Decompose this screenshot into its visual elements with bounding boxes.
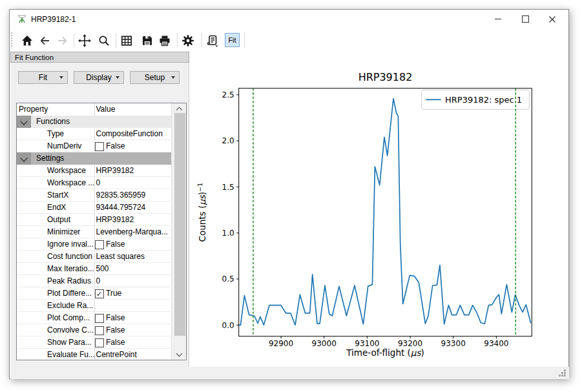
zoom-icon[interactable]: [98, 34, 110, 47]
property-label: EndX: [47, 203, 66, 212]
grid-icon[interactable]: [120, 34, 133, 47]
maximize-button[interactable]: [515, 10, 535, 29]
column-header-value: Value: [96, 105, 116, 114]
fit-function-panel: Fit Display Setup Property Value Functio…: [10, 63, 189, 367]
window-title: HRP39182-1: [31, 15, 76, 24]
checkbox-unchecked[interactable]: [95, 326, 104, 335]
property-value: HRP39182: [96, 215, 134, 224]
table-row[interactable]: EndX93444.795724: [17, 201, 171, 214]
table-row[interactable]: Functions: [17, 116, 171, 128]
property-label: Convolve C...: [47, 325, 94, 335]
table-row[interactable]: MinimizerLevenberg-Marqua...: [17, 226, 171, 238]
property-value: 500: [96, 264, 109, 273]
script-icon[interactable]: [206, 34, 219, 47]
y-tick-label: 2.5: [222, 90, 234, 99]
table-row[interactable]: WorkspaceHRP39182: [17, 165, 171, 177]
scroll-up-icon[interactable]: [176, 107, 183, 113]
group-label: Functions: [36, 117, 70, 126]
table-row[interactable]: NumDerivFalse: [17, 140, 171, 152]
fit-menu-button[interactable]: Fit: [18, 71, 68, 84]
property-value: Levenberg-Marqua...: [96, 227, 168, 236]
table-row[interactable]: Plot Comp...False: [17, 312, 171, 324]
checkbox-unchecked[interactable]: [95, 240, 104, 249]
close-button[interactable]: [542, 10, 563, 29]
table-row[interactable]: Evaluate Fu...CentrePoint: [17, 349, 171, 360]
back-arrow-icon[interactable]: [38, 34, 51, 47]
save-icon[interactable]: [141, 34, 154, 47]
forward-arrow-icon[interactable]: [56, 34, 69, 47]
table-row[interactable]: Settings: [17, 152, 171, 165]
toolbar-separator: [177, 33, 178, 48]
home-icon[interactable]: [21, 34, 34, 47]
chevron-down-icon: [20, 118, 27, 125]
table-row[interactable]: Max Iteratio...500: [17, 263, 171, 275]
property-value: 0: [96, 178, 101, 187]
checkbox-unchecked[interactable]: [95, 314, 104, 323]
plot-panel: 9290093000931009320093300934000.00.51.01…: [191, 52, 568, 367]
table-row[interactable]: Workspace ...0: [17, 177, 171, 189]
checkbox-unchecked[interactable]: [95, 338, 104, 347]
property-label: Evaluate Fu...: [47, 350, 95, 359]
property-label: Peak Radius: [47, 276, 91, 285]
y-axis-label: Counts (μs)−1: [196, 183, 207, 242]
pan-icon[interactable]: [78, 34, 92, 48]
property-label: StartX: [47, 191, 68, 200]
fit-function-panel-header: Fit Function: [10, 52, 189, 63]
print-icon[interactable]: [158, 34, 171, 47]
group-label: Settings: [36, 154, 64, 163]
property-label: Max Iteratio...: [47, 264, 94, 273]
x-tick-label: 93100: [355, 339, 379, 348]
y-tick-label: 2.0: [222, 136, 234, 145]
table-row[interactable]: TypeCompositeFunction: [17, 128, 171, 140]
table-scrollbar[interactable]: [171, 103, 187, 360]
property-value: True: [106, 289, 121, 298]
property-value: 0: [96, 276, 101, 285]
scroll-down-icon[interactable]: [176, 350, 183, 356]
fit-plot[interactable]: 9290093000931009320093300934000.00.51.01…: [191, 52, 568, 367]
scrollbar-thumb[interactable]: [174, 113, 185, 336]
table-row[interactable]: Exclude Ra...: [17, 300, 171, 312]
toolbar-drag-handle[interactable]: [11, 32, 13, 48]
column-header-property: Property: [19, 105, 48, 114]
group-expand-cell[interactable]: [17, 116, 31, 128]
property-value: CompositeFunction: [96, 129, 163, 138]
data-line: [239, 99, 531, 325]
property-label: Ignore inval...: [47, 240, 94, 249]
chevron-down-icon: [116, 76, 120, 79]
fit-property-table: Property Value FunctionsTypeCompositeFun…: [16, 103, 187, 360]
y-tick-label: 1.5: [222, 183, 234, 192]
setup-menu-button[interactable]: Setup: [130, 71, 180, 84]
legend-label: HRP39182: spec 1: [445, 95, 522, 105]
chevron-down-icon: [171, 76, 175, 79]
table-row[interactable]: StartX92835.365959: [17, 189, 171, 201]
property-value: Least squares: [96, 252, 145, 261]
table-row[interactable]: Plot Differe...✓True: [17, 287, 171, 300]
gear-icon[interactable]: [182, 34, 194, 47]
panel-title: Fit Function: [15, 54, 54, 61]
property-value: HRP39182: [96, 166, 134, 175]
minimize-button[interactable]: [488, 10, 508, 29]
axes-frame: [239, 88, 532, 336]
chevron-down-icon: [59, 76, 63, 79]
property-value: 92835.365959: [96, 191, 146, 200]
property-value: CentrePoint: [96, 350, 137, 359]
table-row[interactable]: Peak Radius0: [17, 275, 171, 287]
checkbox-unchecked[interactable]: [95, 142, 104, 151]
fit-toggle-button[interactable]: Fit: [225, 33, 240, 47]
table-row[interactable]: Convolve C...False: [17, 324, 171, 336]
display-menu-button[interactable]: Display: [74, 71, 124, 84]
table-row[interactable]: OutputHRP39182: [17, 214, 171, 226]
table-row[interactable]: Ignore inval...False: [17, 238, 171, 251]
x-tick-label: 93300: [441, 339, 466, 348]
x-axis-label: Time-of-flight (μs): [346, 347, 424, 358]
toolbar: Fit: [10, 29, 568, 52]
table-row[interactable]: Cost functionLeast squares: [17, 251, 171, 263]
property-value: False: [106, 325, 125, 335]
status-bar: [10, 367, 569, 379]
group-expand-cell[interactable]: [17, 152, 31, 165]
checkbox-checked[interactable]: ✓: [95, 289, 104, 298]
chevron-down-icon: [20, 154, 27, 161]
y-tick-label: 0.5: [222, 274, 234, 284]
x-tick-label: 92900: [269, 339, 293, 348]
table-row[interactable]: Show Para...False: [17, 336, 171, 349]
